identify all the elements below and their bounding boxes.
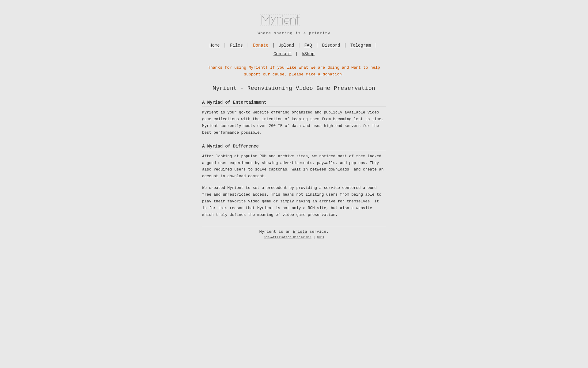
page-wrapper: Where sharing is a priority Home | Files… (199, 0, 389, 245)
nav-files[interactable]: Files (230, 43, 243, 48)
notice-text2: ! (342, 72, 344, 77)
section-entertainment-heading: A Myriad of Entertainment (202, 100, 386, 106)
section-difference-text2: We created Myrient to set a precedent by… (202, 185, 386, 218)
footer-sep: | (313, 236, 317, 239)
notice-text1: Thanks for using Myrient! If you like wh… (208, 65, 380, 77)
nav-faq[interactable]: FAQ (304, 43, 312, 48)
footer-text-after: service. (310, 229, 329, 234)
section-difference-heading: A Myriad of Difference (202, 144, 386, 150)
sep-6: | (344, 43, 349, 48)
main-title: Myrient - Reenvisioning Video Game Prese… (202, 85, 386, 91)
tagline: Where sharing is a priority (202, 31, 386, 36)
nav-telegram[interactable]: Telegram (350, 43, 371, 48)
nav-home[interactable]: Home (209, 43, 220, 48)
nav-contact[interactable]: Contact (273, 52, 292, 56)
footer-links: Non-Affiliation Disclaimer | DMCA (202, 236, 386, 239)
main-nav: Home | Files | Donate | Upload | FAQ | D… (202, 41, 386, 58)
sep-4: | (298, 43, 303, 48)
footer-erista-text: Myrient is an Erista service. (202, 229, 386, 234)
svg-point-4 (282, 16, 283, 17)
site-logo (260, 12, 328, 28)
sep-1: | (224, 43, 229, 48)
dmca-link[interactable]: DMCA (317, 236, 324, 239)
erista-link[interactable]: Erista (293, 229, 307, 234)
notice-box: Thanks for using Myrient! If you like wh… (202, 64, 386, 78)
make-donation-link[interactable]: make a donation (306, 72, 342, 77)
sep-7: | (375, 43, 377, 48)
sep-3: | (272, 43, 277, 48)
footer-text-before: Myrient is an (259, 229, 290, 234)
nav-hshop[interactable]: hShop (302, 52, 315, 56)
section-difference-text1: After looking at popular ROM and archive… (202, 153, 386, 180)
footer-divider (202, 226, 386, 226)
logo-container (202, 12, 386, 29)
section-entertainment: A Myriad of Entertainment Myrient is you… (202, 100, 386, 136)
section-entertainment-text: Myrient is your go-to website offering o… (202, 109, 386, 136)
nav-upload[interactable]: Upload (279, 43, 294, 48)
sep-2: | (247, 43, 252, 48)
nav-discord[interactable]: Discord (322, 43, 340, 48)
section-difference: A Myriad of Difference After looking at … (202, 144, 386, 219)
non-affiliation-link[interactable]: Non-Affiliation Disclaimer (264, 236, 311, 239)
nav-donate[interactable]: Donate (253, 43, 268, 48)
sep-8: | (295, 52, 300, 56)
sep-5: | (316, 43, 321, 48)
